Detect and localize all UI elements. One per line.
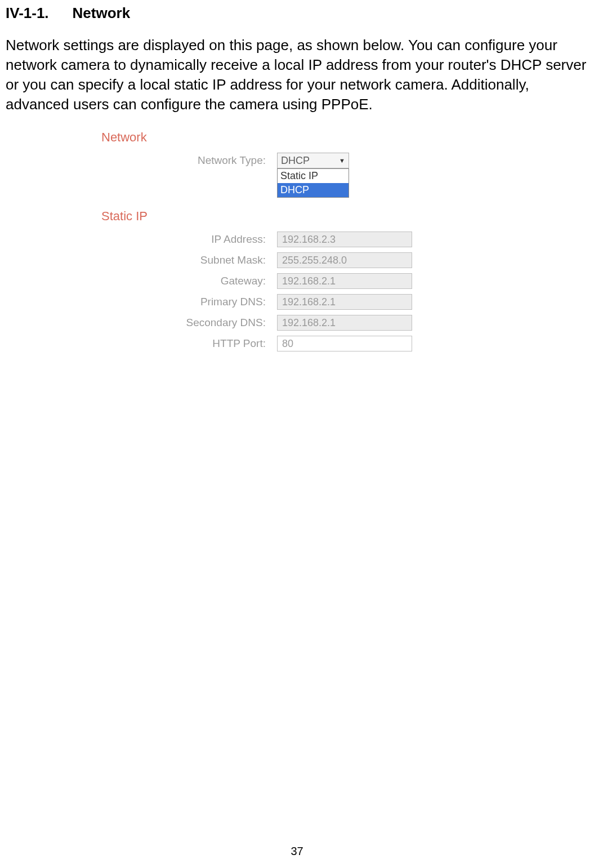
dropdown-option-static-ip[interactable]: Static IP	[278, 169, 349, 183]
dropdown-option-dhcp[interactable]: DHCP	[278, 183, 349, 197]
primary-dns-label: Primary DNS:	[163, 296, 277, 308]
gateway-row: Gateway:	[101, 273, 512, 289]
primary-dns-row: Primary DNS:	[101, 294, 512, 310]
network-type-label: Network Type:	[163, 154, 277, 167]
http-port-row: HTTP Port:	[101, 336, 512, 351]
http-port-label: HTTP Port:	[163, 337, 277, 350]
ip-address-input[interactable]	[277, 232, 412, 247]
network-type-select[interactable]: DHCP ▼	[277, 153, 349, 168]
network-type-row: Network Type: DHCP ▼ Static IP DHCP	[101, 153, 512, 168]
secondary-dns-label: Secondary DNS:	[163, 317, 277, 329]
section-title: Network	[73, 5, 131, 21]
subnet-mask-row: Subnet Mask:	[101, 252, 512, 268]
ip-address-label: IP Address:	[163, 233, 277, 246]
primary-dns-input[interactable]	[277, 294, 412, 310]
subnet-mask-label: Subnet Mask:	[163, 254, 277, 266]
gateway-label: Gateway:	[163, 275, 277, 287]
network-type-selected-value: DHCP	[281, 155, 310, 167]
gateway-input[interactable]	[277, 273, 412, 289]
ip-address-row: IP Address:	[101, 232, 512, 247]
chevron-down-icon: ▼	[339, 157, 345, 164]
http-port-input[interactable]	[277, 336, 412, 351]
section-heading: IV-1-1.Network	[6, 5, 588, 22]
intro-paragraph: Network settings are displayed on this p…	[6, 35, 588, 114]
network-type-select-wrap: DHCP ▼ Static IP DHCP	[277, 153, 349, 168]
static-ip-section-title: Static IP	[101, 209, 512, 224]
secondary-dns-row: Secondary DNS:	[101, 315, 512, 331]
secondary-dns-input[interactable]	[277, 315, 412, 331]
network-section-title: Network	[101, 130, 512, 145]
settings-panel: Network Network Type: DHCP ▼ Static IP D…	[101, 130, 512, 351]
page-number: 37	[0, 845, 594, 858]
section-number: IV-1-1.	[6, 5, 49, 22]
subnet-mask-input[interactable]	[277, 252, 412, 268]
network-type-dropdown: Static IP DHCP	[277, 168, 349, 198]
